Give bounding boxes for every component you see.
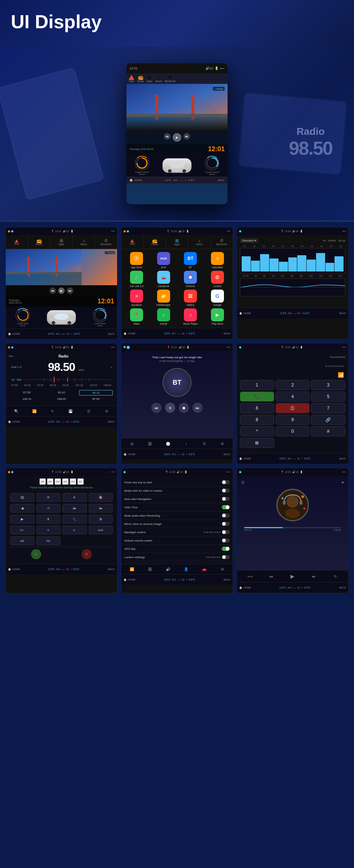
eq-bar-2[interactable]	[251, 261, 260, 271]
sw-kplus-btn[interactable]: K+	[10, 526, 34, 534]
app-google[interactable]: G Google	[205, 290, 230, 306]
dial-5[interactable]: 5	[311, 392, 345, 402]
dial-3[interactable]: 3	[311, 380, 345, 390]
toggle-lantern[interactable]	[222, 555, 230, 559]
bt-prev-btn[interactable]: ⏮	[151, 403, 161, 413]
nav-item-music[interactable]: ♪ Music	[155, 75, 162, 82]
bt-play-pause-btn[interactable]: ⏸	[165, 403, 175, 413]
apps-footer-home[interactable]: 🏠 HOME	[124, 332, 135, 335]
radio-repeat-icon[interactable]: ↻	[49, 407, 56, 415]
apps-snav-music[interactable]: ♪ Music	[188, 235, 211, 249]
hero-next-btn[interactable]: ⏭	[184, 133, 190, 140]
dial-1[interactable]: 1	[240, 380, 274, 390]
sw-refresh-btn[interactable]: ⟳	[36, 493, 61, 502]
freq-10800[interactable]: 108.00	[45, 397, 78, 401]
eq-footer-home[interactable]: 🏠 HOME	[239, 312, 251, 315]
toggle-osd[interactable]	[222, 505, 230, 509]
home-footer-home[interactable]: 🏠 HOME	[8, 333, 20, 335]
sw-close-btn[interactable]: ✕	[62, 493, 87, 502]
radio-back-btn[interactable]: BACK	[108, 420, 115, 423]
app-playstore[interactable]: ▶ Play Store	[205, 308, 230, 325]
settings-car-icon[interactable]: 🚗	[200, 565, 208, 573]
music-progress-bar[interactable]	[244, 527, 341, 528]
sw-fm-btn[interactable]: FM	[36, 536, 61, 545]
app-carbitlink[interactable]: 🚗 CarbitLink	[151, 271, 176, 287]
app-calculator[interactable]: = Calculator	[205, 252, 230, 269]
freq-10610[interactable]: 106.10	[10, 397, 44, 401]
settings-person-icon[interactable]: 👤	[182, 565, 190, 573]
eq-bar-6[interactable]	[288, 257, 297, 271]
toggle-presskey[interactable]	[222, 480, 230, 484]
dial-6[interactable]: 6	[240, 403, 274, 413]
bt-back-btn[interactable]: BACK	[224, 453, 230, 456]
toggle-gpsmix[interactable]	[222, 547, 230, 551]
eq-bar-3[interactable]	[260, 254, 269, 271]
bt-footer-home[interactable]: 🏠 HOME	[124, 453, 135, 456]
sw-kminus-btn[interactable]: K-	[62, 526, 87, 534]
nav-item-apps[interactable]: ⊞ Apps	[147, 75, 152, 82]
freq-8750b[interactable]: 87.50	[79, 397, 113, 401]
dial-7[interactable]: 7	[311, 403, 345, 413]
bt-next-btn[interactable]: ⏭	[193, 403, 203, 413]
toggle-autonav[interactable]	[222, 497, 230, 501]
app-chrome[interactable]: Chrome	[178, 271, 203, 287]
apps-snav-navi[interactable]: Navi	[121, 235, 144, 249]
snav-music[interactable]: ♪ Music	[73, 235, 95, 249]
music-list-icon[interactable]: ☰	[241, 480, 245, 484]
bt-grid-icon[interactable]: ⊞	[128, 440, 135, 447]
dial-grid-btn[interactable]: ⊞	[240, 438, 274, 448]
app-control[interactable]: ⚙ Control	[205, 271, 230, 287]
snav-bt[interactable]: ✆ Bluetooth	[95, 235, 117, 249]
sw-enter-btn[interactable]: ⏎	[36, 504, 61, 513]
snav-navi[interactable]: Navi	[6, 235, 28, 249]
snav-radio[interactable]: 📻 Radio	[28, 235, 51, 249]
bt-clock-icon[interactable]: 🕐	[164, 440, 172, 447]
hero-play-btn[interactable]: ▶	[173, 133, 181, 142]
settings-footer-home[interactable]: 🏠 HOME	[124, 578, 135, 581]
eq-bar-4[interactable]	[269, 258, 279, 271]
dial-9[interactable]: 9	[276, 415, 310, 425]
dial-end-btn[interactable]: 📵	[276, 403, 310, 413]
settings-gear-icon[interactable]: ⚙	[219, 565, 226, 573]
sw-menu-btn[interactable]: ⊞	[89, 515, 113, 523]
dial-link-btn[interactable]: 🔗	[311, 415, 345, 425]
bt-list-icon[interactable]: ☰	[200, 440, 208, 447]
steering-back-btn[interactable]: BACK	[108, 568, 115, 570]
eq-back-btn[interactable]: BACK	[339, 312, 346, 315]
settings-vol-icon[interactable]: 🔊	[164, 565, 172, 573]
apps-back-btn[interactable]: BACK	[224, 332, 230, 335]
dialer-footer-home[interactable]: 🏠 HOME	[239, 457, 251, 460]
app-aux[interactable]: AUX AUX	[151, 252, 176, 269]
radio-search-icon[interactable]: 🔍	[13, 407, 20, 415]
eq-bar-9[interactable]	[316, 253, 325, 271]
sw-skip-btn[interactable]: ⏭	[62, 504, 87, 513]
eq-bar-11[interactable]	[334, 256, 344, 271]
bt-note-icon[interactable]: ♪	[182, 440, 190, 447]
bt-image-icon[interactable]: 🖼	[146, 440, 154, 447]
freq-9810[interactable]: 98.10	[79, 390, 113, 395]
steering-footer-home[interactable]: 🏠 HOME	[8, 568, 20, 571]
app-maps[interactable]: 📍 Maps	[124, 308, 149, 325]
app-equalizer[interactable]: ≡ Equalizer	[124, 290, 149, 306]
dial-call-btn[interactable]: 📞	[240, 392, 274, 402]
sw-am-btn[interactable]: AM	[10, 536, 34, 545]
app-bt[interactable]: BT BT	[178, 252, 203, 269]
app-musicplayer[interactable]: ♫ Music Player	[178, 308, 203, 325]
radio-list-icon[interactable]: ☰	[85, 407, 92, 415]
sw-prev-btn[interactable]: ⏮	[89, 504, 113, 513]
dial-8[interactable]: 8	[240, 415, 274, 425]
eq-default-option[interactable]: Default	[328, 239, 336, 242]
eq-bar-1[interactable]	[242, 256, 251, 271]
sw-power-btn[interactable]: ⏻	[10, 493, 34, 502]
sw-pause-btn[interactable]: ⏸	[36, 515, 61, 523]
settings-image-icon[interactable]: 🖼	[146, 565, 154, 573]
music-back-btn[interactable]: BACK	[339, 586, 346, 589]
radio-signal-icon[interactable]: 📶	[31, 407, 38, 415]
app-appstore[interactable]: Ⓐ App Store	[124, 252, 149, 269]
toggle-backlight[interactable]	[222, 530, 230, 534]
hero-home-btn[interactable]: 🏠 HOME	[129, 179, 142, 182]
snav-apps[interactable]: ⊞ Apps	[51, 235, 73, 249]
app-carlink[interactable]: 🔗 Car Link 2.0	[124, 271, 149, 287]
radio-footer-home[interactable]: 🏠 HOME	[8, 420, 20, 423]
eq-all-option[interactable]: All	[323, 239, 326, 242]
